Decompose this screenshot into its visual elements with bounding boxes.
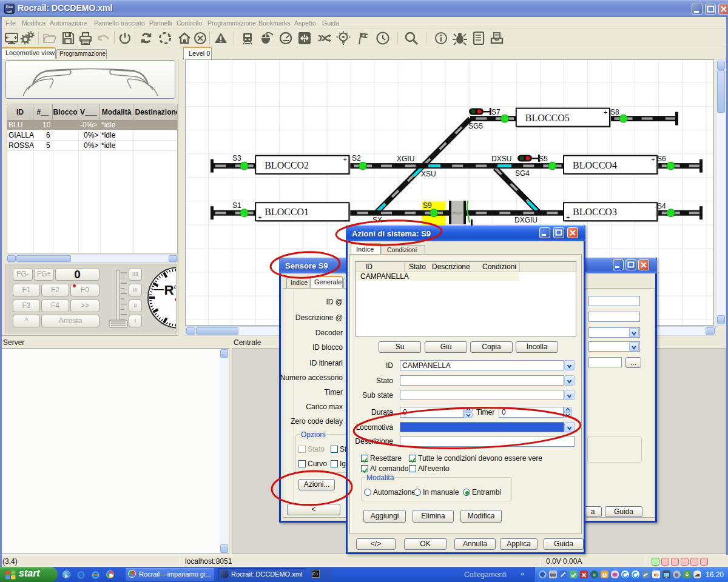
svg-text:S1: S1 [232,201,241,210]
svg-text:S7: S7 [491,108,500,116]
svg-text:XGIU: XGIU [397,155,414,163]
svg-text:DXGIU: DXGIU [514,216,538,224]
svg-text:XSU: XSU [421,170,436,178]
svg-text:+: + [604,109,607,116]
svg-text:BLOCCO3: BLOCCO3 [573,207,617,217]
svg-text:S5: S5 [539,155,548,163]
svg-text:o: o [174,284,176,290]
svg-text:+: + [566,213,570,221]
svg-text:R: R [164,283,174,298]
svg-text:+: + [258,213,261,221]
svg-text:DXSU: DXSU [491,155,511,163]
svg-text:SG4: SG4 [515,169,530,178]
svg-text:SX: SX [372,216,382,224]
svg-text:BLOCCO1: BLOCCO1 [265,207,309,217]
svg-text:S8: S8 [610,108,619,116]
svg-text:BLOCCO5: BLOCCO5 [525,113,570,123]
svg-text:S9: S9 [423,201,432,210]
svg-text:S3: S3 [232,154,241,162]
svg-text:BLOCCO4: BLOCCO4 [573,160,617,170]
svg-text:+: + [343,156,346,163]
svg-text:+: + [651,156,655,163]
svg-text:S2: S2 [352,154,361,162]
svg-text:SG5: SG5 [468,122,483,130]
svg-text:S4: S4 [657,202,666,210]
svg-text:BLOCCO2: BLOCCO2 [265,160,309,170]
svg-text:S6: S6 [657,155,666,163]
